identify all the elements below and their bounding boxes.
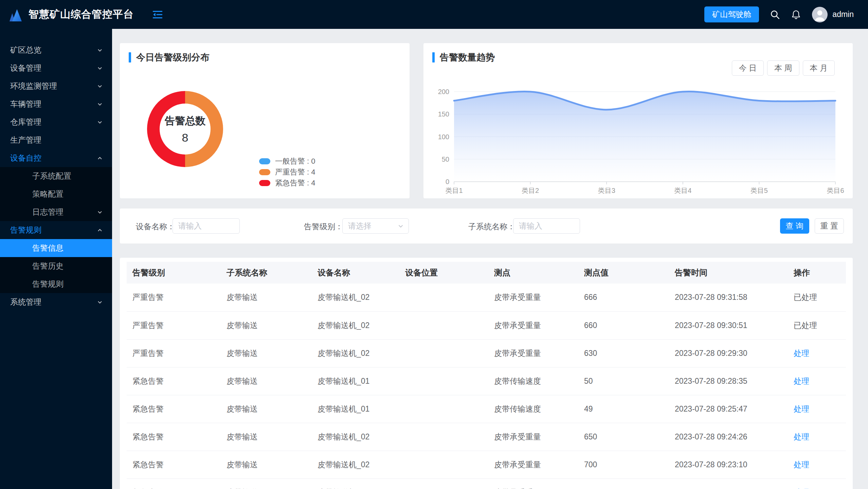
menu-fold-icon[interactable]: [151, 8, 164, 21]
search-icon[interactable]: [770, 10, 780, 20]
device-name-input[interactable]: [173, 218, 240, 234]
cell-action: 处理: [788, 395, 846, 423]
cell-value: 650: [578, 423, 669, 451]
chevron-up-icon: [96, 155, 103, 162]
legend-swatch: [259, 158, 270, 164]
menu-item-label: 告警规则: [32, 279, 64, 289]
cell-level: 紧急告警: [127, 367, 221, 395]
cell-device: 皮带输送机_02: [312, 478, 399, 489]
cell-device: 皮带输送机_01: [312, 395, 399, 423]
subsystem-name-input[interactable]: [513, 218, 580, 234]
range-button-today[interactable]: 今 日: [732, 60, 764, 76]
legend-label: 一般告警 : 0: [275, 156, 315, 166]
table-row: 紧急告警皮带输送皮带输送机_01皮带传输速度502023-07-28 09:28…: [127, 367, 846, 395]
sidebar-subitem-subsystem-config[interactable]: 子系统配置: [0, 167, 112, 185]
menu-item-label: 告警历史: [32, 261, 64, 271]
range-button-month[interactable]: 本 月: [803, 60, 835, 76]
column-header: 设备位置: [399, 262, 488, 284]
header-actions: 矿山驾驶舱 admin: [704, 6, 854, 22]
cell-location: [399, 339, 488, 367]
cell-subsystem: 皮带输送: [221, 367, 312, 395]
cell-value: 49: [578, 395, 669, 423]
legend-label: 严重告警 : 4: [275, 167, 315, 177]
sidebar-item-warehouse-management[interactable]: 仓库管理: [0, 113, 112, 131]
cell-point: 皮带承受重量: [488, 423, 578, 451]
handle-link[interactable]: 处理: [794, 404, 809, 413]
cell-point: 皮带承受重量: [488, 451, 578, 478]
menu-item-label: 设备自控: [10, 153, 41, 163]
cell-point: 皮带传输速度: [488, 367, 578, 395]
alarm-level-label: 告警级别：: [304, 221, 343, 232]
svg-text:类目6: 类目6: [827, 187, 844, 194]
range-button-week[interactable]: 本 周: [767, 60, 799, 76]
donut-center-label: 告警总数: [165, 114, 205, 128]
chevron-down-icon: [96, 299, 103, 306]
sidebar-item-env-monitor-management[interactable]: 环境监测管理: [0, 77, 112, 95]
cell-point: 皮带承受重量: [488, 478, 578, 489]
handle-link[interactable]: 处理: [794, 488, 809, 489]
alarm-distribution-card: 今日告警级别分布 告警总数 8 一般告警 : 0严重告警 : 4紧急告警 : 4: [120, 43, 410, 198]
menu-item-label: 生产管理: [10, 135, 41, 145]
menu-item-label: 车辆管理: [10, 99, 41, 109]
trend-card-title: 告警数量趋势: [440, 51, 495, 64]
cell-time: 2023-07-28 09:30:51: [669, 311, 788, 339]
handle-link[interactable]: 处理: [794, 460, 809, 469]
sidebar-item-system-management[interactable]: 系统管理: [0, 293, 112, 311]
distribution-card-title: 今日告警级别分布: [136, 51, 210, 64]
cell-subsystem: 皮带输送: [221, 478, 312, 489]
cell-time: 2023-07-28 09:24:26: [669, 423, 788, 451]
sidebar-subitem-log-management[interactable]: 日志管理: [0, 203, 112, 221]
range-button-group: 今 日本 周本 月: [732, 60, 835, 76]
cell-value: 700: [578, 451, 669, 478]
menu-item-label: 策略配置: [32, 189, 64, 199]
dashboard-cards: 今日告警级别分布 告警总数 8 一般告警 : 0严重告警 : 4紧急告警 : 4…: [120, 43, 853, 198]
legend-item: 严重告警 : 4: [259, 167, 315, 178]
handle-link[interactable]: 处理: [794, 432, 809, 441]
sidebar-item-vehicle-management[interactable]: 车辆管理: [0, 95, 112, 113]
cell-point: 皮带传输速度: [488, 395, 578, 423]
handled-status: 已处理: [794, 293, 817, 302]
sidebar-subitem-alarm-history[interactable]: 告警历史: [0, 257, 112, 275]
submenu-alarm-rules-group: 告警信息告警历史告警规则: [0, 239, 112, 293]
sidebar-item-mine-overview[interactable]: 矿区总览: [0, 41, 112, 59]
sidebar-subitem-alarm-rules[interactable]: 告警规则: [0, 275, 112, 293]
column-header: 子系统名称: [221, 262, 312, 284]
cell-action: 处理: [788, 339, 846, 367]
cell-device: 皮带输送机_02: [312, 451, 399, 478]
menu-item-label: 环境监测管理: [10, 81, 57, 91]
alarm-level-select[interactable]: 请选择: [342, 218, 409, 234]
sidebar-subitem-alarm-info[interactable]: 告警信息: [0, 239, 112, 257]
sidebar-item-device-autocontrol[interactable]: 设备自控: [0, 149, 112, 167]
table-row: 严重告警皮带输送皮带输送机_02皮带承受重量6602023-07-28 09:3…: [127, 311, 846, 339]
submenu-device-autocontrol: 子系统配置策略配置日志管理: [0, 167, 112, 221]
bell-icon[interactable]: [791, 10, 801, 20]
svg-text:100: 100: [438, 133, 449, 141]
cell-level: 紧急告警: [127, 423, 221, 451]
cell-device: 皮带输送机_01: [312, 367, 399, 395]
cell-time: 2023-07-28 09:25:47: [669, 395, 788, 423]
main-content: 今日告警级别分布 告警总数 8 一般告警 : 0严重告警 : 4紧急告警 : 4…: [112, 29, 868, 489]
column-header: 测点值: [578, 262, 669, 284]
cell-level: 严重告警: [127, 339, 221, 367]
cockpit-button[interactable]: 矿山驾驶舱: [704, 6, 759, 22]
sidebar-item-device-management[interactable]: 设备管理: [0, 59, 112, 77]
legend-swatch: [259, 169, 270, 175]
handle-link[interactable]: 处理: [794, 349, 809, 358]
table-row: 紧急告警皮带输送皮带输送机_02皮带承受重量6502023-07-28 09:2…: [127, 423, 846, 451]
cell-value: 666: [578, 284, 669, 311]
reset-button[interactable]: 重 置: [815, 218, 844, 234]
user-menu[interactable]: admin: [812, 7, 854, 22]
legend-label: 紧急告警 : 4: [275, 178, 315, 188]
search-button[interactable]: 查 询: [780, 218, 809, 234]
cell-level: 紧急告警: [127, 451, 221, 478]
cell-action: 处理: [788, 451, 846, 478]
sidebar-subitem-strategy-config[interactable]: 策略配置: [0, 185, 112, 203]
cell-level: 严重告警: [127, 311, 221, 339]
device-name-label: 设备名称：: [136, 221, 175, 232]
cell-device: 皮带输送机_02: [312, 339, 399, 367]
handle-link[interactable]: 处理: [794, 377, 809, 385]
alarm-table: 告警级别子系统名称设备名称设备位置测点测点值告警时间操作 严重告警皮带输送皮带输…: [127, 262, 846, 489]
sidebar-item-production-management[interactable]: 生产管理: [0, 131, 112, 149]
svg-text:类目5: 类目5: [751, 187, 768, 194]
sidebar-item-alarm-rules-group[interactable]: 告警规则: [0, 221, 112, 239]
